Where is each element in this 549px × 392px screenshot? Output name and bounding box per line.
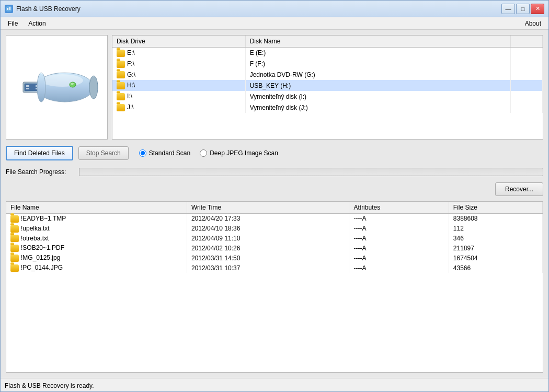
menu-file[interactable]: File: [3, 19, 23, 28]
svg-rect-10: [26, 88, 29, 89]
usb-illustration: [13, 53, 101, 121]
standard-scan-label[interactable]: Standard Scan: [139, 149, 190, 157]
drive-table-row[interactable]: G:\ Jednotka DVD-RW (G:): [112, 70, 543, 80]
col-file-name: File Name: [6, 202, 187, 214]
file-table-row[interactable]: !EADYB~1.TMP 2012/04/20 17:33 ----A 8388…: [6, 214, 543, 224]
write-time-cell: 2012/03/31 14:50: [187, 253, 349, 263]
drive-table-row[interactable]: J:\ Vymeniteľný disk (J:): [112, 102, 543, 113]
main-window: Flash & USB Recovery — □ ✕ File Action A…: [0, 0, 549, 392]
progress-row: File Search Progress:: [6, 167, 543, 177]
write-time-cell: 2012/04/09 11:10: [187, 234, 349, 244]
file-folder-icon: [10, 215, 19, 223]
drive-table-row[interactable]: E:\ E (E:): [112, 48, 543, 59]
disk-name-cell: Vymeniteľný disk (J:): [245, 102, 511, 113]
col-write-time: Write Time: [187, 202, 349, 214]
close-button[interactable]: ✕: [531, 4, 544, 14]
top-section: Disk Drive Disk Name E:\ E (E:) F:\ F (F…: [6, 35, 543, 140]
app-icon: [5, 5, 13, 13]
usb-image-panel: [6, 35, 108, 140]
file-table-row[interactable]: !otreba.txt 2012/04/09 11:10 ----A 346: [6, 234, 543, 244]
window-title: Flash & USB Recovery: [16, 5, 81, 13]
menu-action[interactable]: Action: [23, 19, 51, 28]
drive-cell: G:\: [112, 70, 245, 80]
progress-label: File Search Progress:: [6, 168, 74, 176]
menu-about[interactable]: About: [520, 19, 546, 28]
files-table: File Name Write Time Attributes File Siz…: [6, 202, 543, 273]
attributes-cell: ----A: [349, 243, 449, 253]
drive-cell: E:\: [112, 48, 245, 59]
files-section: File Name Write Time Attributes File Siz…: [6, 201, 543, 373]
disk-name-cell: Vymeniteľný disk (I:): [245, 91, 511, 102]
main-content: Disk Drive Disk Name E:\ E (E:) F:\ F (F…: [1, 30, 548, 378]
progress-bar: [79, 168, 543, 176]
recover-button[interactable]: Recover...: [495, 182, 543, 196]
file-table-row[interactable]: !upelka.txt 2012/04/10 18:36 ----A 112: [6, 224, 543, 234]
file-size-cell: 112: [449, 224, 542, 234]
svg-point-13: [37, 73, 45, 102]
col-attributes: Attributes: [349, 202, 449, 214]
attributes-cell: ----A: [349, 224, 449, 234]
file-size-cell: 346: [449, 234, 542, 244]
drive-table-row[interactable]: F:\ F (F:): [112, 59, 543, 70]
svg-rect-0: [6, 6, 12, 11]
drive-table-row[interactable]: I:\ Vymeniteľný disk (I:): [112, 91, 543, 102]
file-table-row[interactable]: !MG_0125.jpg 2012/03/31 14:50 ----A 1674…: [6, 253, 543, 263]
file-name-cell: !EADYB~1.TMP: [6, 214, 187, 224]
file-size-cell: 211897: [449, 243, 542, 253]
deep-jpeg-text: Deep JPEG Image Scan: [210, 149, 278, 157]
drive-cell: I:\: [112, 91, 245, 102]
write-time-cell: 2012/04/10 18:36: [187, 224, 349, 234]
file-name-cell: !MG_0125.jpg: [6, 253, 187, 263]
folder-icon: [117, 71, 125, 78]
attributes-cell: ----A: [349, 263, 449, 273]
svg-rect-9: [26, 85, 29, 87]
maximize-button[interactable]: □: [516, 4, 530, 14]
minimize-button[interactable]: —: [501, 4, 515, 14]
svg-rect-2: [9, 7, 10, 10]
drive-table-row[interactable]: H:\ USB_KEY (H:): [112, 80, 543, 91]
write-time-cell: 2012/03/31 10:37: [187, 263, 349, 273]
drive-table-container: Disk Drive Disk Name E:\ E (E:) F:\ F (F…: [112, 35, 543, 140]
disk-name-cell: F (F:): [245, 59, 511, 70]
controls-row: Find Deleted Files Stop Search Standard …: [6, 144, 543, 163]
file-size-cell: 8388608: [449, 214, 542, 224]
file-folder-icon: [10, 225, 19, 233]
file-size-cell: 43566: [449, 263, 542, 273]
status-text: Flash & USB Recovery is ready.: [5, 382, 94, 389]
drive-cell: H:\: [112, 80, 245, 91]
attributes-cell: ----A: [349, 253, 449, 263]
file-table-row[interactable]: !SOB20~1.PDF 2012/04/02 10:26 ----A 2118…: [6, 243, 543, 253]
folder-icon: [117, 104, 125, 111]
status-bar: Flash & USB Recovery is ready.: [1, 378, 548, 392]
col-disk-drive: Disk Drive: [112, 36, 245, 48]
drive-table-scroll[interactable]: Disk Drive Disk Name E:\ E (E:) F:\ F (F…: [112, 36, 543, 139]
deep-jpeg-radio[interactable]: [200, 149, 207, 157]
write-time-cell: 2012/04/20 17:33: [187, 214, 349, 224]
stop-search-button[interactable]: Stop Search: [78, 146, 129, 160]
title-bar-left: Flash & USB Recovery: [5, 5, 81, 13]
drive-cell: J:\: [112, 102, 245, 113]
standard-scan-radio[interactable]: [139, 149, 146, 157]
disk-name-cell: E (E:): [245, 48, 511, 59]
col-empty: [511, 36, 543, 48]
svg-rect-1: [7, 8, 8, 10]
folder-icon: [117, 61, 125, 68]
file-size-cell: 1674504: [449, 253, 542, 263]
title-bar: Flash & USB Recovery — □ ✕: [1, 1, 548, 17]
deep-jpeg-label[interactable]: Deep JPEG Image Scan: [200, 149, 278, 157]
file-name-cell: !PC_0144.JPG: [6, 263, 187, 273]
file-folder-icon: [10, 235, 19, 242]
folder-icon: [117, 93, 125, 100]
svg-point-6: [71, 83, 74, 85]
file-name-cell: !upelka.txt: [6, 224, 187, 234]
svg-point-4: [41, 74, 83, 87]
file-table-row[interactable]: !PC_0144.JPG 2012/03/31 10:37 ----A 4356…: [6, 263, 543, 273]
file-folder-icon: [10, 245, 19, 252]
svg-point-14: [89, 76, 98, 99]
scan-options: Standard Scan Deep JPEG Image Scan: [139, 149, 278, 157]
folder-icon: [117, 50, 125, 57]
disk-name-cell: Jednotka DVD-RW (G:): [245, 70, 511, 80]
files-table-scroll[interactable]: File Name Write Time Attributes File Siz…: [6, 202, 543, 372]
recover-row: Recover...: [6, 181, 543, 197]
find-deleted-files-button[interactable]: Find Deleted Files: [6, 146, 73, 160]
